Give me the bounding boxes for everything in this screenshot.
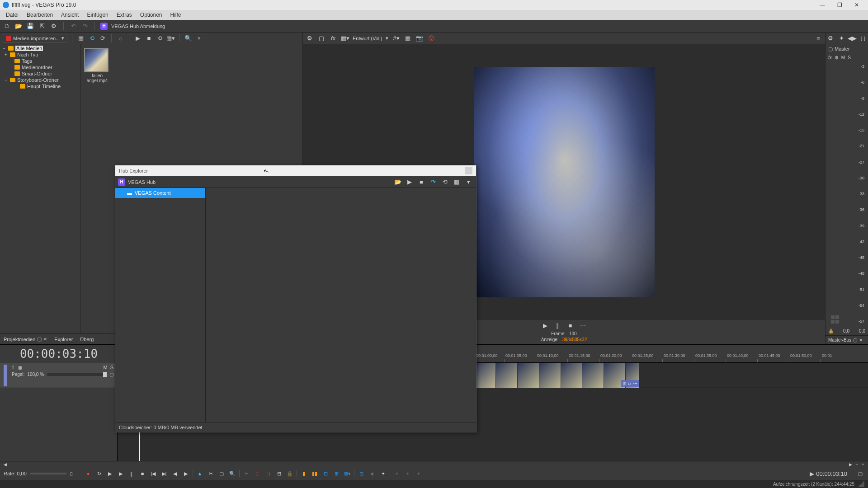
more-icon[interactable]: ⋯ xyxy=(579,321,587,329)
menu-extras[interactable]: Extras xyxy=(113,10,136,20)
play-icon[interactable]: ▶ xyxy=(406,178,414,186)
zoom-out-icon[interactable]: − xyxy=(854,462,860,467)
pause-icon[interactable]: ‖ xyxy=(554,321,562,329)
tree-main-timeline[interactable]: Haupt-Timeline xyxy=(0,83,80,89)
menu-optionen[interactable]: Optionen xyxy=(136,10,166,20)
ignore-grouping-button[interactable]: ⊡ xyxy=(357,469,365,478)
tab-transitions[interactable]: Überg xyxy=(76,334,97,344)
hub-titlebar[interactable]: Hub Explorer xyxy=(115,165,476,176)
hub-badge-icon[interactable]: H xyxy=(100,23,108,30)
hub-logout-label[interactable]: VEGAS Hub Abmeldung xyxy=(111,23,165,29)
mono-icon[interactable]: ◀▶ xyxy=(848,34,856,42)
zoom-in-icon[interactable]: + xyxy=(860,462,866,467)
tree-storyboard[interactable]: −Storyboard-Ordner xyxy=(0,77,80,83)
magnify-icon[interactable]: 🔍 xyxy=(228,469,236,478)
dropdown-icon[interactable]: ▾ xyxy=(464,178,472,186)
dim-icon[interactable]: ✦ xyxy=(837,34,845,42)
hub-vegas-content[interactable]: ▬ VEGAS Content xyxy=(115,188,205,198)
menu-icon[interactable]: ≡ xyxy=(814,34,822,42)
mute-button[interactable]: M xyxy=(841,55,845,60)
track-header-1[interactable]: 1 ▦ M S Pegel: 100,0 % ▢ xyxy=(0,363,117,388)
track-color[interactable] xyxy=(4,365,7,386)
snap-button[interactable]: ⊡ xyxy=(321,469,330,478)
resize-grip[interactable] xyxy=(858,481,864,487)
master-bus-tab[interactable]: Master-Bus ▢ ✕ xyxy=(826,335,868,344)
gear-icon[interactable]: ☼ xyxy=(116,34,124,42)
views-icon[interactable]: ▦ xyxy=(453,178,461,186)
remove-icon[interactable]: ⟳ xyxy=(99,34,107,42)
menu-hilfe[interactable]: Hilfe xyxy=(166,10,185,20)
hub-close-button[interactable] xyxy=(465,167,472,174)
lock-button[interactable]: 🔒 xyxy=(286,469,294,478)
selection-tool[interactable]: ✂ xyxy=(207,469,215,478)
region-button[interactable]: ▮▮ xyxy=(311,469,319,478)
prev-frame-button[interactable]: ◀ xyxy=(171,469,179,478)
trim-start-button[interactable]: ⊏ xyxy=(253,469,261,478)
refresh-icon[interactable]: ⟲ xyxy=(441,178,449,186)
menu-datei[interactable]: Datei xyxy=(2,10,23,20)
search-icon[interactable]: 🔍 xyxy=(184,34,192,42)
add-bus-button[interactable]: + xyxy=(415,469,423,478)
go-end-button[interactable]: ▶| xyxy=(160,469,168,478)
snapshot-icon[interactable]: 📷 xyxy=(415,34,424,42)
overlays-icon[interactable]: ▦ xyxy=(404,34,412,42)
automation-button[interactable]: ⟡ xyxy=(368,469,376,478)
mute-button[interactable]: M xyxy=(103,365,107,370)
faders-icon[interactable]: ⫿⫿ xyxy=(859,34,867,42)
split-button[interactable]: ⊟ xyxy=(275,469,283,478)
scroll-right-icon[interactable]: ▶ xyxy=(847,462,854,467)
solo-button[interactable]: S xyxy=(848,55,851,60)
stop-button[interactable]: ■ xyxy=(138,469,146,478)
minimize-button[interactable]: — xyxy=(814,0,831,10)
next-frame-button[interactable]: ▶ xyxy=(182,469,190,478)
marker-button[interactable]: ▮ xyxy=(300,469,308,478)
auto-crossfade-button[interactable]: ⊠▾ xyxy=(343,469,351,478)
menu-bearbeiten[interactable]: Bearbeiten xyxy=(23,10,57,20)
render-icon[interactable]: ⇱ xyxy=(38,22,46,30)
normal-edit-tool[interactable]: ▲ xyxy=(196,469,204,478)
menu-einfuegen[interactable]: Einfügen xyxy=(83,10,112,20)
loop-button[interactable]: ↻ xyxy=(95,469,103,478)
external-monitor-icon[interactable]: ▢ xyxy=(317,34,326,42)
stop-icon[interactable]: ■ xyxy=(145,34,153,42)
tab-explorer[interactable]: Explorer xyxy=(51,334,76,344)
auto-preview-icon[interactable]: ↷ xyxy=(429,178,437,186)
volume-button[interactable]: ✦ xyxy=(379,469,387,478)
track-motion-icon[interactable]: ▦ xyxy=(18,365,22,370)
grid-icon[interactable]: #▾ xyxy=(392,34,400,42)
tab-project-media[interactable]: Projektmedien▢✕ xyxy=(0,334,51,344)
pause-button[interactable]: ‖ xyxy=(127,469,136,478)
gear-icon[interactable]: ⚙ xyxy=(826,34,835,42)
split-screen-icon[interactable]: ▦▾ xyxy=(341,34,349,42)
stop-icon[interactable]: ■ xyxy=(417,178,425,186)
close-icon[interactable]: ✕ xyxy=(43,337,47,342)
tree-tags[interactable]: Tags xyxy=(0,58,80,64)
quality-select[interactable]: Entwurf (Voll) xyxy=(353,36,382,41)
open-folder-icon[interactable]: 📂 xyxy=(394,178,402,186)
refresh-icon[interactable]: ⟲ xyxy=(156,34,164,42)
fit-icon[interactable]: ▢ xyxy=(856,469,864,478)
redo-icon[interactable]: ↷ xyxy=(81,22,89,30)
pin-icon[interactable]: ▢ xyxy=(37,336,42,342)
clip-fx-indicators[interactable]: ⊞ fx ••• xyxy=(621,380,639,387)
go-start-button[interactable]: |◀ xyxy=(149,469,157,478)
video-clip[interactable]: ⊞ fx ••• xyxy=(474,363,639,388)
capture-icon[interactable]: ▦ xyxy=(77,34,85,42)
tree-by-type[interactable]: +Nach Typ xyxy=(0,52,80,58)
play-start-button[interactable]: ▶ xyxy=(106,469,114,478)
close-button[interactable]: ✕ xyxy=(848,0,865,10)
more-icon[interactable]: ••• xyxy=(633,381,637,386)
io-icon[interactable]: ▢ xyxy=(828,46,833,52)
dropdown-icon[interactable]: ▾ xyxy=(195,34,203,42)
menu-ansicht[interactable]: Ansicht xyxy=(57,10,83,20)
media-thumbnail[interactable]: fallen angel.mp4 xyxy=(84,48,110,83)
trim-end-button[interactable]: ⊐ xyxy=(264,469,272,478)
fx-icon[interactable]: fx xyxy=(628,381,632,386)
open-icon[interactable]: 📂 xyxy=(14,22,23,30)
level-slider[interactable] xyxy=(47,373,107,376)
tree-all-media[interactable]: −Alle Medien xyxy=(0,45,80,52)
solo-button[interactable]: S xyxy=(110,365,113,370)
timecode-display[interactable]: 00:00:03:10 xyxy=(0,345,118,363)
add-track-button[interactable]: + xyxy=(393,469,401,478)
stop-icon[interactable]: ■ xyxy=(566,321,575,329)
